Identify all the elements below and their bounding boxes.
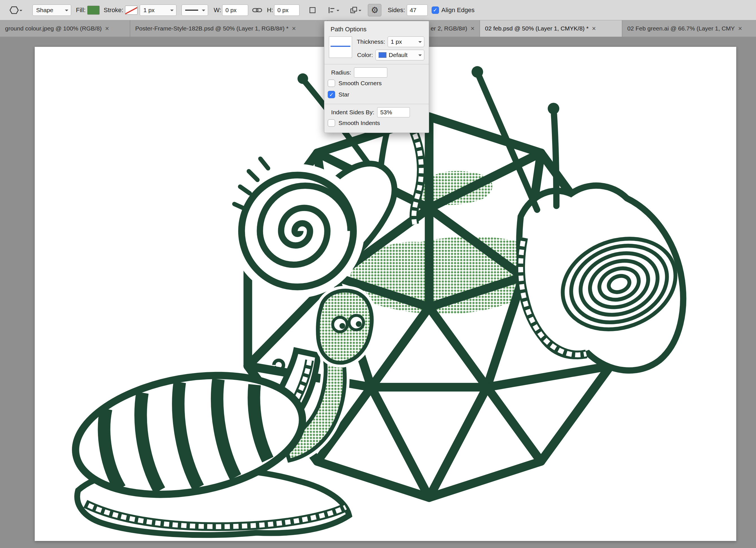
- stroke-type-select[interactable]: [182, 5, 208, 16]
- path-options-gear-button[interactable]: ⚙: [368, 4, 381, 16]
- path-preview-line: [331, 46, 350, 47]
- tab-close-icon[interactable]: ×: [738, 25, 742, 32]
- bottom-left-snail: [66, 290, 372, 535]
- smooth-indents-label: Smooth Indents: [338, 120, 380, 126]
- path-arrangement-icon: [350, 6, 358, 14]
- polygon-tool-icon: [10, 6, 19, 15]
- tab-ground-colour[interactable]: ground colour.jpeg @ 100% (RGB/8) ×: [0, 20, 130, 37]
- indent-sides-input[interactable]: 53%: [377, 107, 410, 117]
- check-icon: ✓: [329, 92, 334, 97]
- tab-close-icon[interactable]: ×: [105, 25, 109, 32]
- tool-preset-picker[interactable]: [4, 4, 28, 16]
- path-alignment-button[interactable]: [326, 4, 341, 16]
- fill-label: Fill:: [76, 6, 86, 14]
- star-checkbox[interactable]: ✓: [328, 91, 335, 98]
- gear-icon: ⚙: [371, 6, 379, 14]
- tool-mode-select[interactable]: Shape: [32, 5, 71, 16]
- chevron-down-icon: [359, 10, 361, 13]
- thickness-label: Thickness:: [357, 38, 385, 45]
- tool-options-bar: Shape Fill: Stroke: 1 px W: 0 px H: 0 px: [0, 0, 756, 20]
- smooth-corners-checkbox[interactable]: [328, 80, 335, 87]
- tab-poster-frame[interactable]: Poster-Frame-Style-182B.psd @ 50% (Layer…: [130, 20, 328, 37]
- ladder-band-top: [410, 123, 421, 224]
- star-label: Star: [338, 91, 349, 98]
- align-edges-label: Align Edges: [442, 6, 475, 14]
- path-options-panel: Path Options Thickness: 1 px Color: Defa…: [324, 21, 429, 133]
- chevron-down-icon: [19, 10, 22, 13]
- stroke-label: Stroke:: [104, 6, 123, 14]
- tab-close-icon[interactable]: ×: [292, 25, 296, 32]
- align-edges-checkbox[interactable]: ✓: [432, 6, 439, 14]
- link-dimensions-icon[interactable]: [252, 6, 262, 14]
- tab-close-icon[interactable]: ×: [592, 25, 596, 32]
- sides-label: Sides:: [388, 6, 405, 14]
- path-alignment-icon: [328, 6, 336, 14]
- panel-divider: [324, 104, 429, 104]
- height-label: H:: [267, 6, 273, 14]
- shape-height-input[interactable]: 0 px: [274, 5, 300, 16]
- smooth-corners-label: Smooth Corners: [338, 80, 382, 87]
- tab-02-feb-green-ai[interactable]: 02 Feb green.ai @ 66.7% (Layer 1, CMY ×: [622, 20, 756, 37]
- color-label: Color:: [357, 52, 373, 58]
- tab-02-feb-psd-active[interactable]: 02 feb.psd @ 50% (Layer 1, CMYK/8) * ×: [480, 20, 622, 37]
- sides-input[interactable]: 47: [407, 5, 428, 16]
- path-preview-box: [329, 36, 352, 58]
- path-operations-button[interactable]: [307, 4, 318, 16]
- panel-divider: [324, 64, 429, 64]
- path-color-select[interactable]: Default: [375, 50, 424, 60]
- indent-sides-label: Indent Sides By:: [331, 109, 374, 116]
- radius-input[interactable]: [354, 67, 387, 78]
- solid-line-icon: [185, 10, 198, 11]
- path-arrangement-button[interactable]: [348, 4, 363, 16]
- stroke-width-select[interactable]: 1 px: [140, 5, 176, 16]
- stroke-color-swatch[interactable]: [125, 6, 137, 15]
- radius-label: Radius:: [331, 69, 351, 76]
- color-swatch: [379, 52, 386, 58]
- photoshop-window: Shape Fill: Stroke: 1 px W: 0 px H: 0 px: [0, 0, 756, 548]
- check-icon: ✓: [433, 7, 438, 13]
- thickness-select[interactable]: 1 px: [388, 36, 424, 47]
- smooth-indents-checkbox[interactable]: [328, 119, 335, 127]
- panel-title: Path Options: [324, 25, 429, 36]
- path-operations-icon: [309, 6, 316, 14]
- fill-color-swatch[interactable]: [87, 6, 100, 15]
- tab-close-icon[interactable]: ×: [471, 25, 475, 32]
- chevron-down-icon: [337, 10, 339, 13]
- width-label: W:: [214, 6, 221, 14]
- shape-width-input[interactable]: 0 px: [222, 5, 248, 16]
